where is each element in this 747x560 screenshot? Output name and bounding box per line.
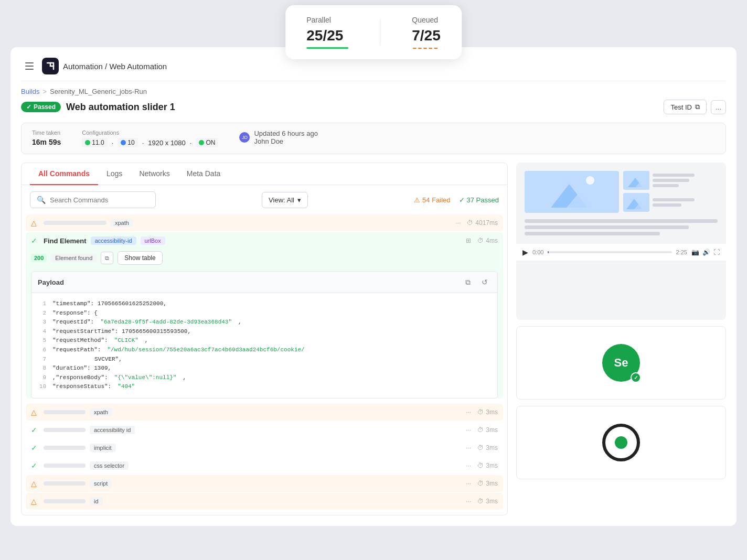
command-row[interactable]: △ xpath ··· ⏱ 4017ms — [26, 214, 503, 231]
more-dots-icon: ··· — [455, 219, 461, 227]
find-element-detail: 200 Element found ⧉ Show table — [26, 249, 503, 269]
command-text-bar — [44, 446, 86, 450]
line-bar — [525, 225, 689, 229]
code-line: 2 "response": { — [38, 309, 491, 318]
tab-networks[interactable]: Networks — [131, 163, 178, 185]
show-table-button[interactable]: Show table — [118, 251, 162, 265]
search-input[interactable] — [50, 196, 149, 204]
svg-point-3 — [586, 176, 594, 185]
view-select[interactable]: View: All ▾ — [262, 192, 308, 208]
warning-icon: △ — [31, 497, 39, 505]
config-values: 11.0 · 10 · 1920 x 1080 · ON — [82, 138, 218, 147]
tab-all-commands-label: All Commands — [38, 169, 90, 178]
line-bar — [653, 203, 681, 207]
command-time: ⏱ 3ms — [477, 444, 498, 451]
status-200-badge: 200 — [31, 254, 47, 262]
failed-count: 54 Failed — [422, 196, 450, 204]
command-text-bar — [44, 221, 106, 225]
test-id-label: Test ID — [670, 103, 691, 111]
parallel-label: Parallel — [306, 16, 331, 24]
clock-icon: ⏱ — [477, 462, 484, 469]
image-with-lines-1 — [623, 171, 718, 190]
element-found-badge: Element found — [51, 254, 97, 262]
breadcrumb-builds[interactable]: Builds — [21, 88, 39, 95]
search-icon: 🔍 — [37, 196, 46, 204]
more-dots-icon: ··· — [466, 408, 471, 416]
more-dots-2-icon: ⊞ — [466, 237, 471, 244]
search-box[interactable]: 🔍 — [30, 191, 156, 208]
more-options-button[interactable]: ... — [711, 100, 726, 114]
success-icon: ✓ — [31, 461, 39, 470]
command-left: △ xpath — [31, 408, 466, 416]
bottom-lines — [525, 217, 718, 235]
tab-logs[interactable]: Logs — [98, 163, 131, 185]
command-row[interactable]: △ id ··· ⏱ 3ms — [26, 493, 503, 510]
failed-stat: ⚠ 54 Failed — [414, 196, 450, 204]
time-value-2: 4ms — [486, 237, 498, 244]
tab-all-commands[interactable]: All Commands — [30, 163, 98, 185]
text-lines-2 — [653, 193, 695, 212]
success-icon: ✓ — [31, 236, 39, 245]
image-grid — [516, 163, 726, 244]
code-line: 8 "duration": 1309, — [38, 364, 491, 373]
warning-icon: ⚠ — [414, 196, 420, 204]
parallel-bar — [306, 47, 348, 49]
find-element-right: ⊞ ⏱ 4ms — [466, 237, 498, 244]
thumbnail-1 — [623, 171, 649, 190]
time-start: 0:00 — [532, 249, 543, 255]
menu-button[interactable] — [21, 58, 38, 74]
command-left: △ xpath — [31, 219, 455, 227]
camera-icon-button[interactable]: 📷 — [691, 249, 699, 256]
time-label: Time taken — [32, 130, 61, 136]
test-title-row: ✓ Passed Web automation slider 1 Test ID… — [21, 100, 726, 123]
warning-icon: △ — [31, 408, 39, 416]
fullscreen-icon-button[interactable]: ⛶ — [713, 249, 720, 256]
find-element-header[interactable]: ✓ Find Element accessibility-id urlBox ⊞… — [26, 232, 503, 249]
info-bar: Time taken 16m 59s Configurations 11.0 ·… — [21, 123, 726, 154]
time-value: 4017ms — [475, 219, 498, 227]
parallel-value: 25/25 — [306, 27, 343, 44]
command-right: ··· ⏱ 4017ms — [455, 219, 498, 227]
play-button[interactable]: ▶ — [522, 248, 528, 256]
config-version-badge: 11.0 — [82, 138, 107, 147]
command-badge: css selector — [90, 461, 129, 470]
test-title-right: Test ID ⧉ ... — [664, 100, 726, 114]
command-row[interactable]: ✓ css selector ··· ⏱ 3ms — [26, 457, 503, 474]
sync-card — [516, 406, 726, 479]
command-right: ··· ⏱ 3ms — [466, 462, 498, 469]
payload-code: 1 "timestamp": 1705665601625252000, 2 "r… — [31, 293, 497, 398]
line-bar — [653, 198, 695, 201]
more-dots-icon: ··· — [466, 480, 471, 487]
command-badge: implicit — [90, 444, 116, 452]
check-overlay-icon: ✓ — [631, 372, 641, 383]
ellipsis-icon: ... — [716, 103, 721, 111]
command-text-bar — [44, 499, 86, 503]
command-badge: accessibility id — [90, 426, 135, 434]
command-row[interactable]: △ xpath ··· ⏱ 3ms — [26, 404, 503, 421]
config-sep-3: · — [190, 139, 192, 147]
logo-icon — [42, 58, 59, 74]
line-bar — [653, 179, 689, 182]
payload-refresh-button[interactable]: ↺ — [478, 276, 491, 288]
time-end: 2:25 — [676, 249, 687, 255]
breadcrumb-run: Serenity_ML_Generic_jobs-Run — [50, 88, 147, 95]
configurations-item: Configurations 11.0 · 10 · 1920 x 1080 ·… — [82, 130, 218, 147]
code-line: 9 ,"responseBody": "{\"value\":null}", — [38, 373, 491, 383]
thumbnail-2 — [623, 193, 649, 212]
main-screenshot — [525, 171, 619, 213]
command-row[interactable]: △ script ··· ⏱ 3ms — [26, 475, 503, 492]
urlbox-badge: urlBox — [141, 236, 165, 245]
copy-icon: ⧉ — [695, 103, 700, 111]
volume-icon-button[interactable]: 🔊 — [702, 249, 710, 256]
command-row[interactable]: ✓ accessibility id ··· ⏱ 3ms — [26, 422, 503, 438]
payload-copy-button[interactable]: ⧉ — [462, 276, 474, 288]
tab-metadata[interactable]: Meta Data — [178, 163, 229, 185]
check-icon: ✓ — [459, 196, 465, 204]
sync-center-icon — [615, 436, 627, 449]
command-row[interactable]: ✓ implicit ··· ⏱ 3ms — [26, 439, 503, 456]
right-image-column — [623, 171, 718, 213]
screenshot-button[interactable]: ⧉ — [101, 252, 113, 264]
progress-bar[interactable] — [548, 251, 671, 253]
commands-toolbar: 🔍 View: All ▾ ⚠ 54 Failed ✓ 37 Passed — [22, 185, 507, 214]
test-id-button[interactable]: Test ID ⧉ — [664, 100, 706, 114]
